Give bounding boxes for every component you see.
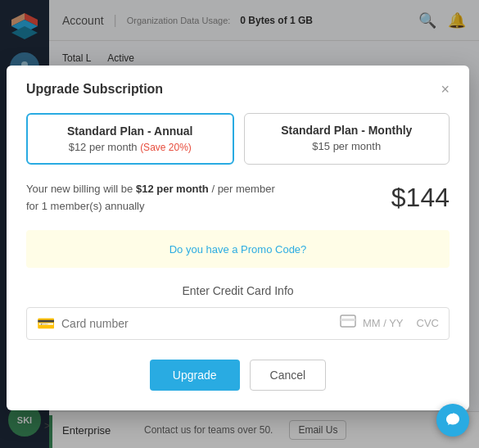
cc-section-title: Enter Credit Card Info: [26, 284, 450, 297]
plan-annual-price: $12 per month (Save 20%): [41, 141, 219, 153]
upgrade-subscription-modal: Upgrade Subscription × Standard Plan - A…: [7, 66, 469, 410]
credit-card-icon: 💳: [37, 315, 55, 333]
plan-annual-name: Standard Plan - Annual: [41, 124, 219, 138]
plan-tab-annual[interactable]: Standard Plan - Annual $12 per month (Sa…: [26, 113, 234, 165]
plan-tab-monthly[interactable]: Standard Plan - Monthly $15 per month: [244, 113, 450, 165]
modal-header: Upgrade Subscription ×: [26, 82, 450, 97]
promo-code-link[interactable]: Do you have a Promo Code?: [169, 243, 307, 256]
billing-text: Your new billing will be $12 per month /…: [26, 181, 275, 215]
card-scanner-icon: [340, 315, 356, 332]
plan-annual-save: (Save 20%): [140, 142, 192, 153]
cancel-button[interactable]: Cancel: [250, 360, 327, 391]
credit-card-section: Enter Credit Card Info 💳 MM / YY CVC: [26, 284, 450, 340]
upgrade-button[interactable]: Upgrade: [150, 360, 240, 391]
plan-monthly-price: $15 per month: [258, 140, 436, 152]
modal-title: Upgrade Subscription: [26, 82, 163, 97]
cvc-placeholder: CVC: [417, 317, 439, 329]
billing-suffix: / per member: [209, 183, 275, 195]
billing-amount: $12 per month: [136, 183, 209, 195]
billing-members: for 1 member(s) annually: [26, 200, 145, 212]
close-button[interactable]: ×: [441, 82, 450, 97]
billing-total: $144: [391, 183, 450, 213]
plan-annual-price-value: $12 per month: [69, 141, 138, 153]
action-row: Upgrade Cancel: [26, 360, 450, 391]
billing-prefix: Your new billing will be: [26, 183, 136, 195]
svg-rect-7: [341, 319, 355, 321]
billing-summary: Your new billing will be $12 per month /…: [26, 181, 450, 215]
cc-input-row: 💳 MM / YY CVC: [26, 307, 450, 340]
plan-tabs: Standard Plan - Annual $12 per month (Sa…: [26, 113, 450, 165]
expiry-placeholder: MM / YY: [363, 317, 404, 329]
card-number-input[interactable]: [61, 317, 333, 330]
chat-button[interactable]: [436, 404, 469, 437]
plan-monthly-name: Standard Plan - Monthly: [258, 124, 436, 137]
promo-section: Do you have a Promo Code?: [26, 230, 450, 268]
